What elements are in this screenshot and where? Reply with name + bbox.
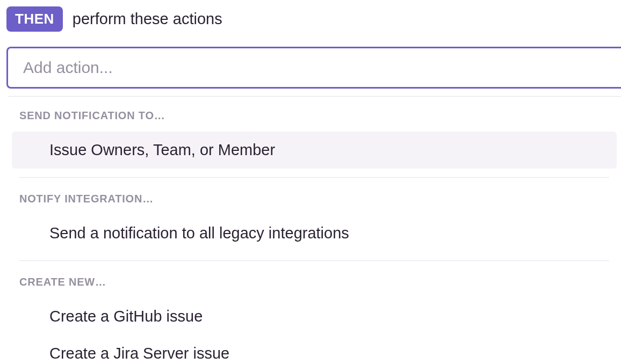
section-divider [19, 177, 609, 178]
then-badge: THEN [6, 6, 63, 32]
option-github-issue[interactable]: Create a GitHub issue [12, 298, 617, 335]
section-label-send-notification: Send notification to… [8, 110, 621, 122]
action-input-wrapper [6, 47, 621, 89]
option-jira-issue[interactable]: Create a Jira Server issue [12, 335, 617, 364]
section-label-notify-integration: Notify integration… [8, 193, 621, 205]
option-issue-owners[interactable]: Issue Owners, Team, or Member [12, 132, 617, 169]
option-legacy-integrations[interactable]: Send a notification to all legacy integr… [12, 215, 617, 252]
section-divider [19, 260, 609, 261]
section-label-create-new: Create new… [8, 276, 621, 288]
action-dropdown: Send notification to… Issue Owners, Team… [8, 96, 621, 364]
action-input[interactable] [8, 59, 621, 77]
header-text: perform these actions [73, 10, 222, 28]
rule-header: THEN perform these actions [6, 6, 621, 32]
